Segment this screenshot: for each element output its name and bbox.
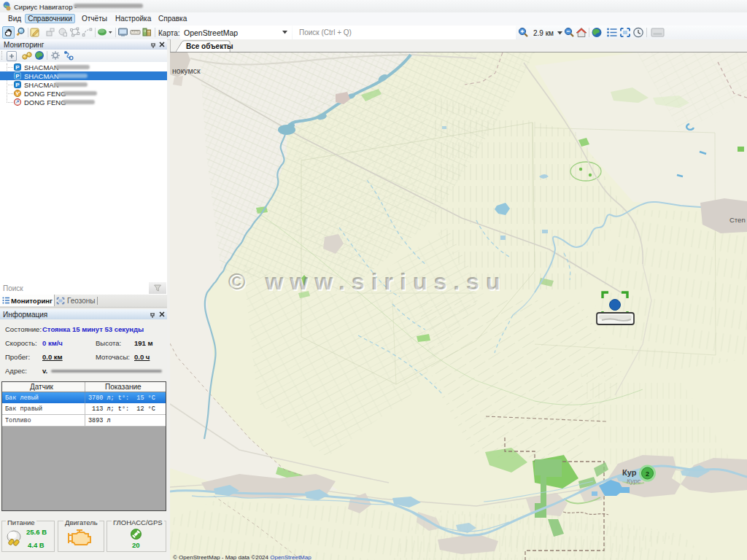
svg-text:нокумск: нокумск xyxy=(172,66,201,75)
svg-text:2: 2 xyxy=(646,470,649,478)
svg-text:Курс: Курс xyxy=(627,478,641,485)
svg-text:P: P xyxy=(15,73,20,79)
svg-text:P: P xyxy=(15,64,20,71)
svg-text:Кур: Кур xyxy=(622,468,637,477)
svg-text:P: P xyxy=(15,82,20,88)
svg-text:Стеn: Стеn xyxy=(729,216,746,224)
